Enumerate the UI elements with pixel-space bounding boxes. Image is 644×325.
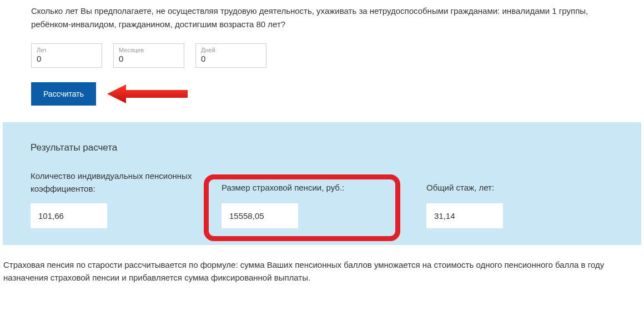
days-input[interactable]: Дней 0 xyxy=(195,43,266,68)
duration-inputs-row: Лет 0 Месяцев 0 Дней 0 xyxy=(31,43,613,68)
years-value: 0 xyxy=(37,54,97,63)
coefficients-label: Количество индивидуальных пенсионных коэ… xyxy=(31,170,222,196)
total-experience-column: Общий стаж, лет: 31,14 xyxy=(426,170,593,228)
svg-marker-0 xyxy=(107,84,188,103)
results-title: Результаты расчета xyxy=(31,142,613,153)
total-experience-value: 31,14 xyxy=(426,203,503,228)
coefficients-value: 101,66 xyxy=(31,203,107,228)
months-input[interactable]: Месяцев 0 xyxy=(113,43,184,68)
calculate-button[interactable]: Рассчитать xyxy=(31,82,96,106)
coefficients-column: Количество индивидуальных пенсионных коэ… xyxy=(31,170,222,228)
months-label: Месяцев xyxy=(119,47,179,53)
formula-explanation: Страховая пенсия по старости рассчитывае… xyxy=(0,245,644,284)
pension-amount-value: 15558,05 xyxy=(222,203,298,228)
care-years-question: Сколько лет Вы предполагаете, не осущест… xyxy=(31,4,613,31)
arrow-annotation-icon xyxy=(107,84,188,104)
total-experience-label: Общий стаж, лет: xyxy=(426,170,593,196)
years-label: Лет xyxy=(37,47,97,53)
pension-amount-column: Размер страховой пенсии, руб.: 15558,05 xyxy=(222,170,426,228)
months-value: 0 xyxy=(119,54,179,63)
results-panel: Результаты расчета Количество индивидуал… xyxy=(3,122,641,245)
pension-amount-label: Размер страховой пенсии, руб.: xyxy=(222,170,426,196)
days-value: 0 xyxy=(201,54,261,63)
years-input[interactable]: Лет 0 xyxy=(31,43,102,68)
days-label: Дней xyxy=(201,47,261,53)
